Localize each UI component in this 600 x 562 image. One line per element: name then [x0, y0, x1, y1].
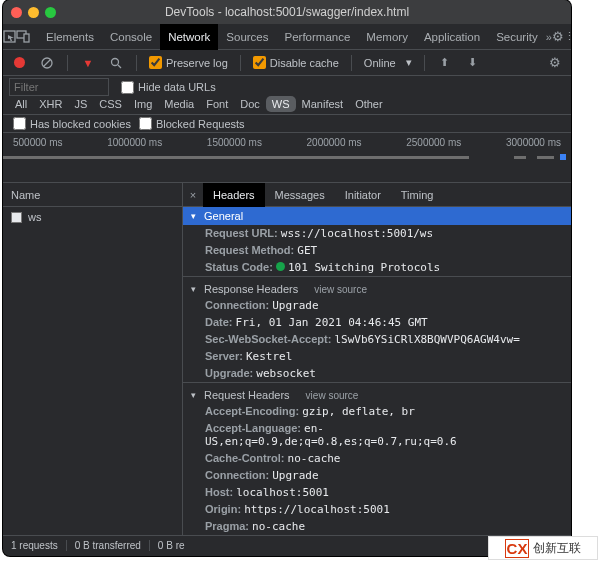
tab-sources[interactable]: Sources	[218, 24, 276, 50]
close-details-icon[interactable]: ×	[183, 182, 203, 208]
view-source-link[interactable]: view source	[306, 390, 359, 401]
disable-cache-label: Disable cache	[270, 57, 339, 69]
headers-panel: General Request URL: wss://localhost:500…	[183, 207, 571, 535]
requests-count: 1 requests	[11, 540, 67, 551]
kv-row: Date: Fri, 01 Jan 2021 04:46:45 GMT	[183, 314, 571, 331]
tab-security[interactable]: Security	[488, 24, 546, 50]
filter-pill-manifest[interactable]: Manifest	[296, 96, 350, 112]
detail-tab-headers[interactable]: Headers	[203, 183, 265, 207]
top-tabbar: ElementsConsoleNetworkSourcesPerformance…	[3, 24, 571, 50]
logo-mark-icon: CX	[505, 539, 530, 558]
separator	[351, 55, 352, 71]
upload-icon[interactable]: ⬆	[433, 50, 457, 76]
detail-tab-initiator[interactable]: Initiator	[335, 183, 391, 207]
timeline-overview[interactable]: 500000 ms1000000 ms1500000 ms2000000 ms2…	[3, 133, 571, 183]
filter-pill-media[interactable]: Media	[158, 96, 200, 112]
kv-row: Connection: Upgrade	[183, 467, 571, 484]
separator	[240, 55, 241, 71]
filter-pill-img[interactable]: Img	[128, 96, 158, 112]
titlebar: DevTools - localhost:5001/swagger/index.…	[3, 0, 571, 24]
blocked-requests-checkbox[interactable]: Blocked Requests	[135, 117, 249, 130]
filter-pill-xhr[interactable]: XHR	[33, 96, 68, 112]
separator	[136, 55, 137, 71]
kv-row: Request Method: GET	[183, 242, 571, 259]
kv-row: Server: Kestrel	[183, 348, 571, 365]
tab-memory[interactable]: Memory	[358, 24, 416, 50]
timeline-tick: 2500000 ms	[406, 137, 461, 148]
general-section-header[interactable]: General	[183, 207, 571, 225]
filter-icon[interactable]: ▼	[76, 50, 100, 76]
traffic-lights[interactable]	[11, 7, 56, 18]
preserve-log-checkbox[interactable]: Preserve log	[145, 56, 232, 69]
has-blocked-cookies-label: Has blocked cookies	[30, 118, 131, 130]
filter-pill-ws[interactable]: WS	[266, 96, 296, 112]
separator	[67, 55, 68, 71]
kebab-icon[interactable]: ⋮	[564, 24, 571, 50]
kv-row: Accept-Language: en-US,en;q=0.9,de;q=0.8…	[183, 420, 571, 450]
tab-network[interactable]: Network	[160, 24, 218, 50]
view-source-link[interactable]: view source	[314, 284, 367, 295]
timeline-tick: 1000000 ms	[107, 137, 162, 148]
blocked-requests-label: Blocked Requests	[156, 118, 245, 130]
kv-row: Host: localhost:5001	[183, 484, 571, 501]
svg-rect-2	[24, 34, 29, 42]
device-toolbar-icon[interactable]	[16, 24, 30, 50]
status-bar: 1 requests 0 B transferred 0 B re	[3, 535, 571, 555]
kv-row: Request URL: wss://localhost:5001/ws	[183, 225, 571, 242]
filter-pill-other[interactable]: Other	[349, 96, 389, 112]
timeline-tick: 2000000 ms	[307, 137, 362, 148]
table-row[interactable]: ws	[3, 207, 182, 227]
clear-icon[interactable]	[35, 50, 59, 76]
columns-header: Name × HeadersMessagesInitiatorTiming	[3, 183, 571, 207]
main-content: ws General Request URL: wss://localhost:…	[3, 207, 571, 535]
tab-elements[interactable]: Elements	[38, 24, 102, 50]
filter-pill-css[interactable]: CSS	[93, 96, 128, 112]
network-toolbar: ▼ Preserve log Disable cache Online ▾ ⬆ …	[3, 50, 571, 76]
kv-row: Pragma: no-cache	[183, 518, 571, 535]
detail-tab-timing[interactable]: Timing	[391, 183, 444, 207]
search-icon[interactable]	[104, 50, 128, 76]
name-column-header[interactable]: Name	[3, 183, 183, 207]
tab-application[interactable]: Application	[416, 24, 488, 50]
hide-data-urls-checkbox[interactable]: Hide data URLs	[117, 81, 220, 94]
svg-point-5	[112, 58, 119, 65]
resources-size: 0 B re	[158, 540, 193, 551]
disable-cache-checkbox[interactable]: Disable cache	[249, 56, 343, 69]
record-icon[interactable]	[7, 50, 31, 76]
throttle-select[interactable]: Online ▾	[360, 56, 416, 69]
section-title: Response Headers	[204, 283, 298, 295]
settings-icon[interactable]: ⚙	[552, 24, 564, 50]
timeline-tick: 3000000 ms	[506, 137, 561, 148]
svg-line-4	[44, 59, 51, 66]
filter-pill-doc[interactable]: Doc	[234, 96, 266, 112]
tab-performance[interactable]: Performance	[277, 24, 359, 50]
devtools-window: DevTools - localhost:5001/swagger/index.…	[3, 0, 571, 556]
download-icon[interactable]: ⬇	[461, 50, 485, 76]
kv-row: Sec-WebSocket-Accept: lSwVb6YSiCRlX8BQWV…	[183, 331, 571, 348]
minimize-icon[interactable]	[28, 7, 39, 18]
svg-line-6	[118, 65, 121, 68]
filter-pill-all[interactable]: All	[9, 96, 33, 112]
request-headers-section-header[interactable]: Request Headersview source	[183, 382, 571, 403]
kv-row: Connection: Upgrade	[183, 297, 571, 314]
ws-icon	[11, 212, 22, 223]
close-icon[interactable]	[11, 7, 22, 18]
section-title: Request Headers	[204, 389, 290, 401]
filter-input[interactable]	[9, 78, 109, 96]
filter-pill-font[interactable]: Font	[200, 96, 234, 112]
tab-console[interactable]: Console	[102, 24, 160, 50]
watermark-text: 创新互联	[533, 540, 581, 557]
network-settings-icon[interactable]: ⚙	[543, 50, 567, 76]
detail-tab-messages[interactable]: Messages	[265, 183, 335, 207]
window-title: DevTools - localhost:5001/swagger/index.…	[3, 5, 571, 19]
response-headers-section-header[interactable]: Response Headersview source	[183, 276, 571, 297]
timeline-tick: 500000 ms	[13, 137, 62, 148]
kv-row: Accept-Encoding: gzip, deflate, br	[183, 403, 571, 420]
has-blocked-cookies-checkbox[interactable]: Has blocked cookies	[9, 117, 135, 130]
inspect-icon[interactable]	[3, 24, 16, 50]
maximize-icon[interactable]	[45, 7, 56, 18]
kv-row: Origin: https://localhost:5001	[183, 501, 571, 518]
filter-pill-js[interactable]: JS	[68, 96, 93, 112]
preserve-log-label: Preserve log	[166, 57, 228, 69]
hide-data-urls-label: Hide data URLs	[138, 81, 216, 93]
